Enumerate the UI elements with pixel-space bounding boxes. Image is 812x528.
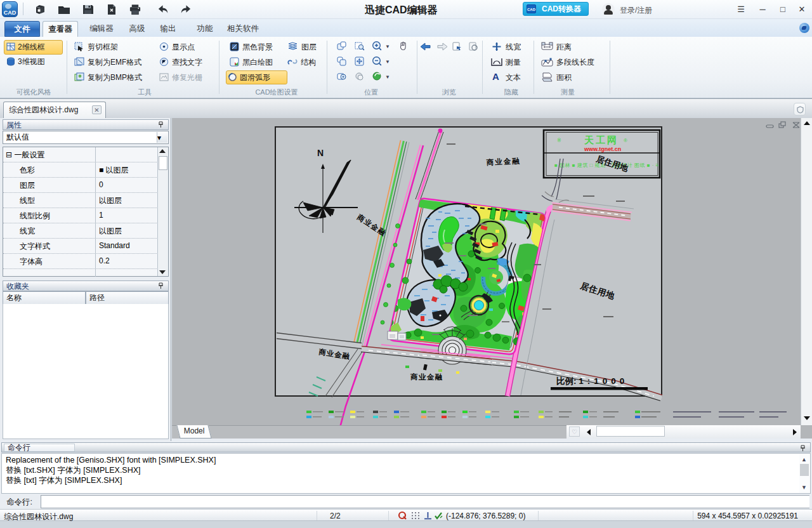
svg-text:天工网: 天工网: [584, 135, 619, 145]
svg-text:N: N: [317, 148, 324, 158]
svg-text:®: ®: [624, 138, 627, 143]
svg-text:比例: 1:1000: 比例: 1:1000: [556, 376, 628, 386]
svg-text:商业金融: 商业金融: [410, 373, 443, 381]
svg-text:www.tgnet.cn: www.tgnet.cn: [584, 146, 621, 152]
svg-text:※: ※: [557, 138, 561, 143]
